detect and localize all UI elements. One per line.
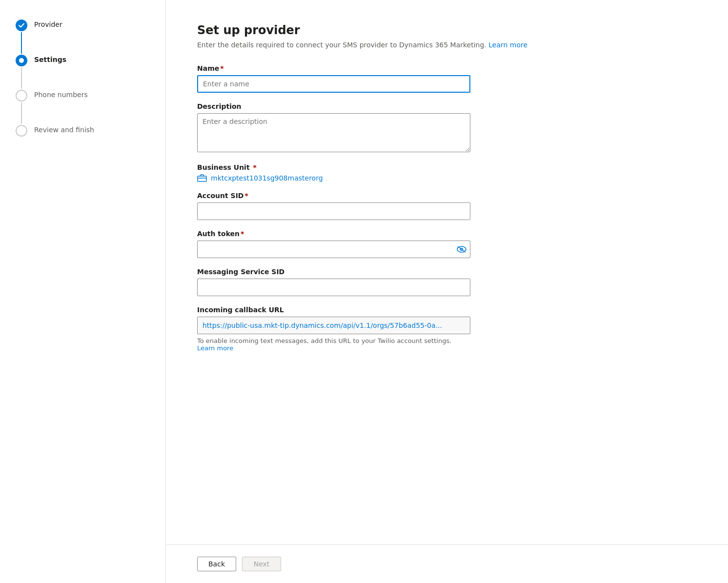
- svg-rect-0: [198, 176, 206, 181]
- step-settings: Settings: [16, 55, 150, 90]
- main-content: Set up provider Enter the details requir…: [166, 0, 728, 583]
- step-circle-phone: [16, 90, 27, 101]
- callback-url-label: Incoming callback URL: [197, 306, 470, 314]
- page-title: Set up provider: [197, 23, 697, 37]
- business-unit-icon: [197, 174, 207, 182]
- account-sid-required-star: *: [244, 192, 248, 200]
- description-field-group: Description: [197, 102, 470, 154]
- next-button[interactable]: Next: [242, 557, 281, 571]
- step-circle-provider: [16, 20, 27, 31]
- business-unit-field-group: Business Unit * mktcxptest1031sg908maste…: [197, 163, 470, 182]
- name-input[interactable]: [197, 75, 470, 93]
- callback-learn-more-link[interactable]: Learn more: [197, 344, 233, 352]
- account-sid-field-group: Account SID*: [197, 192, 470, 220]
- toggle-password-visibility-button[interactable]: [457, 246, 466, 253]
- form-footer: Back Next: [166, 544, 728, 583]
- account-sid-label: Account SID*: [197, 192, 470, 200]
- back-button[interactable]: Back: [197, 557, 236, 571]
- auth-token-input-wrapper: [197, 241, 470, 258]
- step-label-review-finish: Review and finish: [34, 125, 94, 134]
- step-connector-3: [21, 102, 22, 124]
- page-subtitle: Enter the details required to connect yo…: [197, 41, 697, 49]
- messaging-sid-input[interactable]: [197, 279, 470, 296]
- callback-url-field-group: Incoming callback URL To enable incoming…: [197, 306, 470, 352]
- step-label-phone-numbers: Phone numbers: [34, 90, 88, 99]
- description-label: Description: [197, 102, 470, 110]
- subtitle-learn-more-link[interactable]: Learn more: [488, 41, 527, 49]
- business-unit-required-star: *: [251, 163, 257, 171]
- auth-token-required-star: *: [241, 230, 244, 238]
- callback-hint-text: To enable incoming text messages, add th…: [197, 337, 470, 352]
- step-connector-1: [21, 32, 22, 54]
- name-label: Name*: [197, 64, 470, 72]
- callback-url-input[interactable]: [197, 317, 470, 334]
- step-label-settings: Settings: [34, 55, 66, 63]
- business-unit-label: Business Unit *: [197, 163, 470, 171]
- description-input[interactable]: [197, 113, 470, 152]
- auth-token-input[interactable]: [197, 241, 470, 258]
- auth-token-field-group: Auth token*: [197, 230, 470, 258]
- step-review-finish: Review and finish: [16, 125, 150, 137]
- step-provider: Provider: [16, 20, 150, 55]
- messaging-sid-field-group: Messaging Service SID: [197, 268, 470, 296]
- step-connector-2: [21, 67, 22, 89]
- name-required-star: *: [220, 64, 223, 72]
- step-circle-settings: [16, 55, 27, 66]
- step-circle-review: [16, 125, 27, 137]
- name-field-group: Name*: [197, 64, 470, 93]
- form-content: Set up provider Enter the details requir…: [166, 0, 728, 544]
- step-phone-numbers: Phone numbers: [16, 90, 150, 125]
- messaging-sid-label: Messaging Service SID: [197, 268, 470, 276]
- account-sid-input[interactable]: [197, 202, 470, 220]
- step-label-provider: Provider: [34, 20, 62, 28]
- business-unit-value: mktcxptest1031sg908masterorg: [197, 174, 470, 182]
- sidebar: Provider Settings Phone numbers Review a…: [0, 0, 166, 583]
- auth-token-label: Auth token*: [197, 230, 470, 238]
- business-unit-text: mktcxptest1031sg908masterorg: [211, 174, 323, 182]
